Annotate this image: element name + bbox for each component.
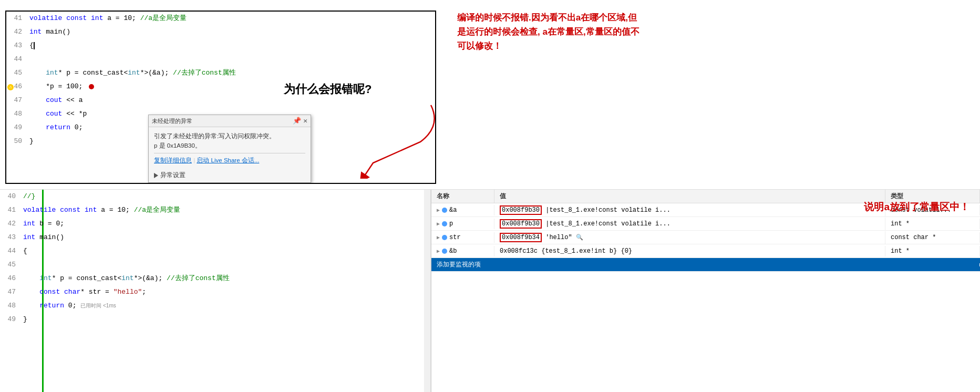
watch-cell-type-str: const char *	[885, 232, 980, 243]
error-popup: 未经处理的异常 📌 ✕ 引发了未经处理的异常:写入访问权限冲突。 p 是 0x1…	[148, 115, 311, 183]
code-panel-bottom: 40 //} 41 volatile const int a = 10; //a…	[0, 190, 431, 392]
line-content-45: int* p = const_cast<int*>(&a); //去掉了cons…	[27, 66, 435, 80]
watch-cell-name-p: ▶ p	[431, 219, 494, 229]
line-num-41: 41	[6, 12, 27, 25]
error-popup-body: 引发了未经处理的异常:写入访问权限冲突。 p 是 0x1A9B30。 复制详细信…	[149, 127, 311, 169]
error-popup-footer-text: 异常设置	[160, 171, 185, 179]
bottom-num-44: 44	[0, 244, 21, 258]
code-line-42: 42 int main()	[6, 25, 435, 39]
value-rest-p: |test_8_1.exe!const volatile i...	[545, 220, 670, 228]
error-popup-footer-row: 异常设置	[154, 171, 305, 179]
watch-cell-name-str: ▶ str	[431, 232, 494, 243]
bottom-content-43: int main()	[21, 231, 430, 244]
watch-add-name[interactable]: 添加要监视的项	[431, 259, 494, 271]
line-num-47: 47	[6, 94, 27, 107]
bottom-num-45: 45	[0, 258, 21, 272]
bottom-content-40: //}	[21, 190, 430, 203]
line-num-50: 50	[6, 135, 27, 148]
line-content-41: volatile const int a = 10; //a是全局变量	[27, 12, 435, 25]
error-popup-titlebar: 未经处理的异常 📌 ✕	[149, 115, 311, 127]
bottom-content-49: }	[21, 313, 430, 326]
watch-cell-value-p: 0x008f9b30 |test_8_1.exe!const volatile …	[494, 218, 885, 230]
watch-add-type[interactable]	[885, 263, 980, 266]
bottom-annotation-text: 说明a放到了常量区中！	[864, 201, 969, 212]
dot-blue-b	[442, 249, 447, 254]
dot-blue-str	[442, 235, 447, 240]
code-line-44: 44	[6, 53, 435, 66]
bottom-line-47: 47 const char* str = "hello";	[0, 285, 430, 299]
line-num-42: 42	[6, 25, 27, 39]
watch-cell-type-p: int *	[885, 219, 980, 229]
bottom-line-45: 45	[0, 258, 430, 272]
watch-cell-value-a: 0x008f9b30 |test_8_1.exe!const volatile …	[494, 204, 885, 216]
error-popup-link2[interactable]: 启动 Live Share 会话...	[197, 157, 259, 163]
error-popup-body-line2: p 是 0x1A9B30。	[154, 141, 305, 150]
error-popup-body-line1: 引发了未经处理的异常:写入访问权限冲突。	[154, 131, 305, 141]
line-content-42: int main()	[27, 25, 435, 39]
yellow-marker: ⚠	[7, 84, 14, 90]
expand-icon-b: ▶	[437, 248, 440, 254]
line-content-46: *p = 100;	[27, 80, 435, 94]
watch-cell-name-a: ▶ &a	[431, 205, 494, 215]
bottom-line-48: 48 return 0; 已用时间 <1ms	[0, 299, 430, 313]
annotation-panel-top: 编译的时候不报错.因为看不出a在哪个区域,但 是运行的时候会检查, a在常量区,…	[436, 0, 980, 189]
value-b-text: 0x008fc13c {test_8_1.exe!int b} {0}	[500, 247, 632, 255]
bottom-num-42: 42	[0, 217, 21, 231]
bottom-num-40: 40	[0, 190, 21, 203]
watch-name-p-text: p	[449, 220, 453, 228]
expand-triangle-icon	[154, 173, 158, 178]
line-num-43: 43	[6, 39, 27, 53]
watch-row-b: ▶ &b 0x008fc13c {test_8_1.exe!int b} {0}…	[431, 244, 980, 258]
watch-cell-value-str: 0x008f9b34 'hello" 🔍	[494, 231, 885, 244]
bottom-annotation-container: 说明a放到了常量区中！	[864, 200, 969, 214]
line-num-49: 49	[6, 121, 27, 135]
error-popup-title: 未经处理的异常	[152, 117, 192, 125]
watch-add-value[interactable]	[494, 263, 885, 266]
annotation-line2: 是运行的时候会检查, a在常量区,常量区的值不	[457, 27, 639, 37]
bottom-num-49: 49	[0, 313, 21, 326]
bottom-content-41: volatile const int a = 10; //a是全局变量	[21, 203, 430, 217]
line-num-44: 44	[6, 53, 27, 66]
watch-add-label: 添加要监视的项	[437, 260, 481, 269]
error-popup-icons: 📌 ✕	[293, 117, 307, 125]
dot-blue-p	[442, 221, 447, 226]
question-label: 为什么会报错呢?	[284, 82, 372, 96]
watch-row-str: ▶ str 0x008f9b34 'hello" 🔍 const char *	[431, 231, 980, 244]
bottom-content-46: int* p = const_cast<int*>(&a); //去掉了cons…	[21, 272, 430, 285]
bottom-num-41: 41	[0, 203, 21, 217]
code-line-45: 45 int* p = const_cast<int*>(&a); //去掉了c…	[6, 66, 435, 80]
line-num-45: 45	[6, 66, 27, 80]
bottom-num-43: 43	[0, 231, 21, 244]
scroll-bar[interactable]	[424, 190, 430, 392]
error-popup-link1[interactable]: 复制详细信息	[154, 157, 192, 163]
value-rest-str: 'hello"	[545, 234, 572, 241]
value-highlight-a: 0x008f9b30	[500, 205, 542, 215]
value-rest-a: |test_8_1.exe!const volatile i...	[545, 207, 670, 214]
watch-cell-name-b: ▶ &b	[431, 246, 494, 256]
watch-name-b-text: &b	[449, 247, 457, 255]
bottom-line-41: 41 volatile const int a = 10; //a是全局变量	[0, 203, 430, 217]
bottom-line-43: 43 int main()	[0, 231, 430, 244]
bottom-content-44: {	[21, 244, 430, 258]
code-line-43: 43 {	[6, 39, 435, 53]
line-content-43: {	[27, 39, 435, 53]
bottom-num-48: 48	[0, 299, 21, 313]
watch-header-value: 值	[494, 190, 885, 203]
bottom-line-40: 40 //}	[0, 190, 430, 203]
code-panel-top: 41 volatile const int a = 10; //a是全局变量 4…	[5, 11, 436, 184]
value-highlight-p: 0x008f9b30	[500, 219, 542, 229]
bottom-line-46: 46 int* p = const_cast<int*>(&a); //去掉了c…	[0, 272, 430, 285]
annotation-line3: 可以修改！	[457, 41, 502, 51]
annotation-line1: 编译的时候不报错.因为看不出a在哪个区域,但	[457, 13, 637, 23]
watch-panel: 名称 值 类型 ▶ &a 0x008f9b30 |test_8_1.exe!co…	[431, 190, 980, 392]
line-content-47: cout << a	[27, 94, 435, 107]
popup-close-icon[interactable]: ✕	[303, 117, 307, 125]
watch-name-str-text: str	[449, 234, 461, 241]
dot-blue-a	[442, 208, 447, 213]
bottom-content-48: return 0; 已用时间 <1ms	[21, 299, 430, 313]
watch-cell-value-b: 0x008fc13c {test_8_1.exe!int b} {0}	[494, 246, 885, 256]
annotation-text-top: 编译的时候不报错.因为看不出a在哪个区域,但 是运行的时候会检查, a在常量区,…	[457, 11, 969, 54]
expand-icon-str: ▶	[437, 234, 440, 241]
popup-pin-icon[interactable]: 📌	[293, 117, 301, 125]
watch-row-add[interactable]: 添加要监视的项	[431, 258, 980, 272]
